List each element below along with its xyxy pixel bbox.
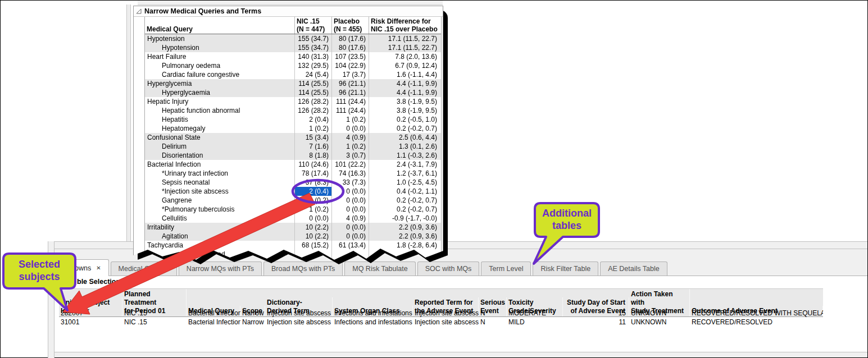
tab[interactable]: SOC with MQs ✕ [417,261,480,276]
additional-tables-label-line2: tables [552,220,581,231]
tab[interactable]: MQ Risk Tabulate ✕ [344,261,415,276]
nic-count-cell[interactable]: 7 (1.6) [294,142,331,151]
cell-outcome: RECOVERED/RESOLVED [690,318,823,326]
nic-count-cell[interactable]: 126 (28.2) [294,97,331,106]
close-icon[interactable]: ✕ [96,265,101,271]
mq-table-row[interactable]: Hypotension 155 (34.7) 80 (17.6) 17.1 (1… [145,43,441,52]
placebo-count-cell: 0 (0.0) [331,124,369,133]
risk-difference-cell: 1.6 (-1.1, 4.4) [369,70,441,79]
nic-count-cell[interactable]: 140 (31.3) [294,52,331,61]
nic-count-cell[interactable]: 1 (0.2) [294,196,331,205]
mq-table-row[interactable]: *Pulmonary tuberculosis 1 (0.2) 0 (0.0) … [145,205,441,214]
mq-table-row[interactable]: Confusional State 15 (3.4) 4 (0.9) 2.5 (… [145,133,441,142]
mq-table-row[interactable]: Hyperglycaemia 114 (25.5) 96 (21.1) 4.4 … [145,88,441,97]
cell-system-organ-class: Infections and infestations [333,309,413,317]
tab[interactable]: Risk Filter Table ✕ [533,261,598,276]
mq-table-row[interactable]: Cellulitis 0 (0.0) 4 (0.9) -0.9 (-1.7, -… [145,214,441,223]
mq-table-row[interactable]: Heart Failure 140 (31.3) 107 (23.5) 7.8 … [145,52,441,61]
risk-difference-cell: 2.2 (0.9, 3.6) [369,232,441,241]
nic-count-cell[interactable]: 10 (2.2) [294,223,331,232]
mq-table-row[interactable]: Disorientation 8 (1.8) 3 (0.7) 1.1 (-0.3… [145,151,441,160]
term-cell: Cardiac failure congestive [145,70,294,79]
mq-table-row[interactable]: Pulmonary oedema 132 (29.5) 104 (22.9) 6… [145,61,441,70]
col-header-medical-query[interactable]: Medical Query [145,25,294,34]
table-row[interactable]: 282007 NIC .15 Bacterial Infection Narro… [59,309,823,318]
mq-table-row[interactable]: Hepatomegaly 1 (0.2) 0 (0.0) 0.2 (-0.2, … [145,124,441,133]
cell-subject-id: 282007 [59,309,122,317]
mq-table-row[interactable]: Hepatic Injury 126 (28.2) 111 (24.4) 3.8… [145,97,441,106]
nic-count-cell[interactable]: 37 (8.3) [294,178,331,187]
table-selections-panel: ble Selections Unique Subject Identifier… [54,276,867,352]
placebo-count-cell: 74 (16.3) [331,169,369,178]
col-header-risk-difference[interactable]: Risk Difference for NIC .15 over Placebo [369,17,441,34]
mq-table-row[interactable]: Gangrene 1 (0.2) 0 (0.0) 0.2 (-0.2, 0.7) [145,196,441,205]
tab[interactable]: AE Details Table ✕ [600,261,667,276]
mq-table-row[interactable]: *Urinary tract infection 78 (17.4) 74 (1… [145,169,441,178]
tab[interactable]: Broad MQs with PTs ✕ [263,261,343,276]
risk-difference-cell: 2.4 (-3.1, 7.9) [369,160,441,169]
placebo-count-cell: 80 (17.6) [331,34,369,43]
ae-details-table-body: 282007 NIC .15 Bacterial Infection Narro… [59,309,823,327]
nic-count-cell[interactable]: 24 (5.4) [294,70,331,79]
term-cell: Disorientation [145,151,294,160]
tab[interactable]: Medical Queries ✕ [111,261,177,276]
mq-table-row[interactable]: Tachycardia 68 (15.2) 61 (13.4) 1.8 (-2.… [145,241,441,250]
term-cell: *Injection site abscess [145,187,294,196]
mq-table: Medical Query NIC .15 (N = 447) Placebo … [144,17,442,259]
nic-count-cell[interactable]: 126 (28.2) [294,106,331,115]
placebo-count-cell: 0 (0.0) [331,232,369,241]
cell-outcome: RECOVERED/RESOLVED WITH SEQUELAE [690,309,823,317]
tab[interactable]: Narrow MQs with PTs ✕ [179,261,262,276]
col-header-nic[interactable]: NIC .15 (N = 447) [294,17,331,34]
nic-count-cell[interactable]: 155 (34.7) [294,43,331,52]
nic-count-cell[interactable]: 132 (29.5) [294,61,331,70]
placebo-count-cell: 4 (0.9) [331,133,369,142]
tab-label: Broad MQs with PTs [271,265,335,273]
nic-count-cell[interactable]: 114 (25.5) [294,79,331,88]
mq-table-row[interactable]: Hepatitis 2 (0.4) 1 (0.2) 0.2 (-0.5, 1.0… [145,115,441,124]
risk-difference-cell: 1.0 (-2.5, 4.5) [369,178,441,187]
mq-table-row[interactable]: Hepatic function abnormal 126 (28.2) 111… [145,106,441,115]
cell-derived-term: Injection site abscess [265,309,333,317]
mq-table-row[interactable]: Hypotension 155 (34.7) 80 (17.6) 17.1 (1… [145,34,441,43]
tab[interactable]: downs ✕ [63,259,109,276]
nic-count-cell[interactable]: 1 (0.2) [294,205,331,214]
risk-difference-cell: -0.9 (-1.7, -0.0) [369,214,441,223]
risk-difference-cell: 4.4 (-1.1, 9.9) [369,79,441,88]
section-title: ble Selections [77,278,124,286]
tab[interactable]: Term Level ✕ [481,261,531,276]
nic-count-cell[interactable]: 8 (1.8) [294,151,331,160]
term-cell: Delirium [145,142,294,151]
tab-label: Term Level [489,265,523,273]
nic-count-cell[interactable]: 68 (15.2) [294,241,331,250]
nic-count-cell[interactable]: 114 (25.5) [294,88,331,97]
cell-subject-id: 31001 [59,318,122,326]
mq-table-row[interactable]: Delirium 7 (1.6) 1 (0.2) 1.3 (0.1, 2.6) [145,142,441,151]
tab-label: AE Details Table [608,265,660,273]
nic-count-cell[interactable]: 155 (34.7) [294,34,331,43]
background-window-top-edge [138,1,443,5]
mq-table-row[interactable]: Agitation 10 (2.2) 0 (0.0) 2.2 (0.9, 3.6… [145,232,441,241]
col-header-placebo[interactable]: Placebo (N = 455) [331,17,369,34]
tab-label: Risk Filter Table [540,265,590,273]
table-row[interactable]: 31001 NIC .15 Bacterial Infection Narrow… [59,318,823,327]
mq-table-row[interactable]: *Injection site abscess 2 (0.4) 0 (0.0) … [145,187,441,196]
nic-count-cell[interactable]: 15 (3.4) [294,133,331,142]
mq-table-row[interactable]: Hyperglycemia 114 (25.5) 96 (21.1) 4.4 (… [145,79,441,88]
mq-table-row[interactable]: Cardiac failure congestive 24 (5.4) 17 (… [145,70,441,79]
mq-table-row[interactable]: Irritability 10 (2.2) 0 (0.0) 2.2 (0.9, … [145,223,441,232]
mq-table-row[interactable]: Bacterial Infection 110 (24.6) 101 (22.2… [145,160,441,169]
nic-count-cell[interactable]: 78 (17.4) [294,169,331,178]
nic-count-cell[interactable]: 1 (0.2) [294,124,331,133]
cell-toxicity-grade: MODERATE [507,309,563,317]
term-cell: *Urinary tract infection [145,169,294,178]
nic-count-cell[interactable]: 110 (24.6) [294,160,331,169]
mq-table-row[interactable]: Sepsis neonatal 37 (8.3) 33 (7.3) 1.0 (-… [145,178,441,187]
nic-count-cell[interactable]: 0 (0.0) [294,214,331,223]
risk-difference-cell: 1.3 (0.1, 2.6) [369,142,441,151]
disclosure-triangle-icon[interactable] [136,8,142,14]
tab-label: downs [71,264,91,272]
nic-count-cell[interactable]: 2 (0.4) [294,115,331,124]
nic-count-cell[interactable]: 10 (2.2) [294,232,331,241]
nic-count-cell[interactable]: 2 (0.4) [294,187,331,196]
